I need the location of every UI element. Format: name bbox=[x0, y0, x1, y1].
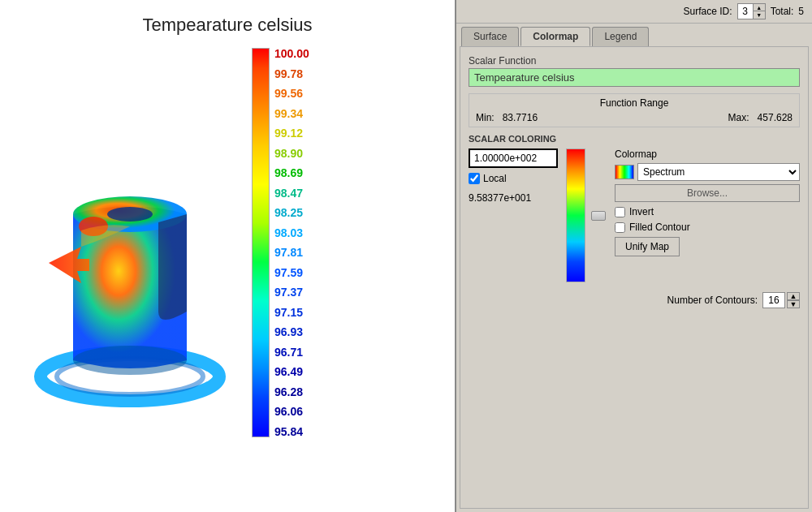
colorbar-label: 95.84 bbox=[274, 426, 309, 437]
colorbar-label: 96.93 bbox=[274, 326, 309, 338]
colorbar-label: 97.15 bbox=[274, 307, 309, 318]
visualization-panel: Tempearature celsius bbox=[0, 0, 455, 512]
tab-colormap[interactable]: Colormap bbox=[520, 27, 590, 46]
coloring-middle bbox=[566, 148, 607, 282]
local-checkbox[interactable] bbox=[469, 173, 480, 184]
surface-id-arrows: ▲ ▼ bbox=[753, 4, 765, 19]
colorbar-label: 96.06 bbox=[274, 406, 309, 417]
scalar-function-section: Scalar Function bbox=[469, 55, 800, 87]
svg-point-5 bbox=[73, 346, 187, 375]
function-range-title: Function Range bbox=[476, 97, 793, 109]
max-value: 457.628 bbox=[758, 112, 793, 123]
surface-id-spinner[interactable]: 3 ▲ ▼ bbox=[737, 3, 766, 19]
colorbar-label: 99.34 bbox=[274, 108, 309, 119]
colorbar-label: 96.28 bbox=[274, 386, 309, 398]
gradient-slider[interactable] bbox=[590, 148, 607, 282]
local-label: Local bbox=[483, 173, 507, 184]
range-values: Min: 83.7716 Max: 457.628 bbox=[476, 112, 793, 123]
scalar-coloring-section: SCALAR COLORING Local 9.58377e+001 bbox=[469, 134, 800, 282]
colorbar-label: 99.78 bbox=[274, 68, 309, 80]
colorbar bbox=[252, 48, 270, 437]
local-checkbox-row: Local bbox=[469, 173, 507, 184]
colorbar-label: 98.90 bbox=[274, 148, 309, 159]
tab-legend[interactable]: Legend bbox=[592, 27, 649, 46]
invert-label: Invert bbox=[629, 206, 654, 217]
tab-surface[interactable]: Surface bbox=[461, 27, 519, 46]
filled-contour-checkbox[interactable] bbox=[615, 222, 625, 233]
colorbar-label: 99.56 bbox=[274, 88, 309, 99]
min-label: Min: 83.7716 bbox=[476, 112, 538, 123]
colorbar-label: 98.47 bbox=[274, 187, 309, 199]
coloring-row: Local 9.58377e+001 Colormap bbox=[469, 148, 800, 282]
3d-shape-svg bbox=[24, 52, 235, 450]
surface-id-down-arrow[interactable]: ▼ bbox=[754, 11, 765, 19]
unify-map-button[interactable]: Unify Map bbox=[615, 237, 680, 256]
slider-thumb[interactable] bbox=[591, 211, 606, 221]
filled-contour-row: Filled Contour bbox=[615, 222, 800, 233]
browse-button[interactable]: Browse... bbox=[615, 184, 800, 202]
right-panel: Surface ID: 3 ▲ ▼ Total: 5 Surface Color… bbox=[455, 0, 812, 512]
min-value: 83.7716 bbox=[503, 112, 538, 123]
function-range-box: Function Range Min: 83.7716 Max: 457.628 bbox=[469, 93, 800, 127]
svg-point-3 bbox=[107, 207, 153, 222]
surface-id-label: Surface ID: bbox=[684, 6, 732, 17]
contours-spinner: ▲ ▼ bbox=[762, 292, 800, 308]
colorbar-container: 100.0099.7899.5699.3499.1298.9098.6998.4… bbox=[252, 48, 309, 437]
contours-row: Number of Contours: ▲ ▼ bbox=[469, 292, 800, 308]
invert-row: Invert bbox=[615, 206, 800, 217]
invert-checkbox[interactable] bbox=[615, 207, 625, 217]
colorbar-label: 96.49 bbox=[274, 366, 309, 377]
colormap-section: Colormap Spectrum Rainbow Cool to Warm G… bbox=[615, 148, 800, 202]
content-area: Scalar Function Function Range Min: 83.7… bbox=[460, 46, 809, 509]
contours-up-arrow[interactable]: ▲ bbox=[787, 292, 800, 300]
scalar-function-label: Scalar Function bbox=[469, 55, 800, 67]
3d-shape-container bbox=[16, 48, 244, 454]
colorbar-label: 98.25 bbox=[274, 207, 309, 218]
visualization-title: Tempearature celsius bbox=[142, 15, 312, 36]
contours-value[interactable] bbox=[762, 292, 785, 308]
colormap-label: Colormap bbox=[615, 148, 800, 160]
colorbar-label: 100.00 bbox=[274, 48, 309, 59]
colorbar-labels: 100.0099.7899.5699.3499.1298.9098.6998.4… bbox=[274, 48, 309, 437]
tabs-bar: Surface Colormap Legend bbox=[456, 24, 812, 46]
max-label: Max: 457.628 bbox=[728, 112, 793, 123]
colorbar-label: 99.12 bbox=[274, 127, 309, 139]
contours-down-arrow[interactable]: ▼ bbox=[787, 300, 800, 308]
total-label: Total: bbox=[771, 6, 794, 17]
colormap-preview bbox=[615, 165, 634, 179]
coloring-left: Local 9.58377e+001 bbox=[469, 148, 558, 204]
scalar-value-input[interactable] bbox=[469, 148, 558, 168]
colorbar-label: 96.71 bbox=[274, 346, 309, 358]
colorbar-label: 98.03 bbox=[274, 227, 309, 239]
scalar-function-input[interactable] bbox=[469, 68, 800, 87]
top-bar: Surface ID: 3 ▲ ▼ Total: 5 bbox=[456, 0, 812, 24]
surface-id-value: 3 bbox=[738, 5, 753, 18]
scalar-bottom-value: 9.58377e+001 bbox=[469, 192, 531, 204]
colormap-select[interactable]: Spectrum Rainbow Cool to Warm Grayscale bbox=[637, 163, 800, 181]
colorbar-label: 97.81 bbox=[274, 247, 309, 258]
visualization-area: 100.0099.7899.5699.3499.1298.9098.6998.4… bbox=[0, 48, 455, 454]
coloring-right: Colormap Spectrum Rainbow Cool to Warm G… bbox=[615, 148, 800, 256]
total-value: 5 bbox=[798, 6, 804, 17]
filled-contour-label: Filled Contour bbox=[629, 222, 690, 233]
contours-arrows: ▲ ▼ bbox=[787, 292, 800, 308]
scalar-coloring-label: SCALAR COLORING bbox=[469, 134, 800, 144]
contours-label: Number of Contours: bbox=[667, 295, 758, 306]
colorbar-label: 97.59 bbox=[274, 267, 309, 278]
colorbar-label: 97.37 bbox=[274, 286, 309, 298]
colorbar-label: 98.69 bbox=[274, 167, 309, 179]
right-panel-colorbar bbox=[566, 148, 585, 282]
surface-id-up-arrow[interactable]: ▲ bbox=[754, 4, 765, 11]
colormap-select-row: Spectrum Rainbow Cool to Warm Grayscale bbox=[615, 163, 800, 181]
